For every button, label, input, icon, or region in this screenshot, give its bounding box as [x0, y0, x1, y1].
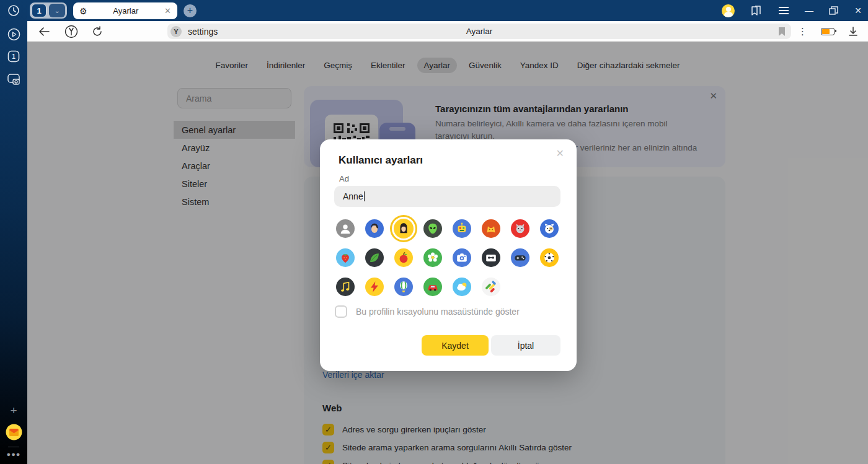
avatar-option-robot[interactable]	[453, 219, 471, 238]
avatar-option-fox[interactable]	[482, 219, 500, 238]
tab-bar: 1 ⌄ ⚙ Ayarlar ✕ + — ✕	[27, 0, 868, 21]
url-field[interactable]: Y settings Ayarlar	[167, 24, 791, 39]
tabs-count-icon[interactable]: 1	[0, 50, 27, 63]
avatar-option-stripes[interactable]	[482, 278, 500, 296]
downloads-icon[interactable]	[848, 27, 858, 37]
bookmark-icon[interactable]	[777, 27, 786, 37]
bookmarks-panel-icon[interactable]	[750, 5, 763, 16]
new-tab-button[interactable]: +	[184, 4, 197, 17]
avatar-option-football[interactable]	[540, 248, 559, 267]
avatar-option-woman[interactable]	[394, 219, 414, 239]
avatar-option-strawberry[interactable]	[336, 248, 355, 267]
avatar-option-balloon[interactable]	[394, 278, 413, 296]
avatar-option-apple[interactable]	[394, 248, 413, 267]
chevron-down-icon[interactable]: ⌄	[49, 4, 65, 17]
tab-ayarlar[interactable]: ⚙ Ayarlar ✕	[73, 2, 177, 19]
screenshot-icon[interactable]	[0, 73, 27, 85]
desktop-shortcut-option[interactable]: Bu profilin kısayolunu masaüstünde göste…	[335, 305, 520, 318]
player-icon[interactable]	[0, 28, 27, 41]
more-icon[interactable]: ●●●	[0, 450, 27, 458]
back-icon[interactable]	[38, 27, 50, 36]
refresh-icon[interactable]	[92, 26, 103, 37]
restore-button[interactable]	[829, 6, 838, 15]
avatar-option-music-note[interactable]	[336, 278, 355, 296]
left-rail: 1 + ●●●	[0, 0, 27, 464]
text-caret	[364, 191, 365, 201]
modal-title: Kullanıcı ayarları	[339, 154, 423, 167]
browser-window: 1 + ●●● 1 ⌄ ⚙ Ayarlar ✕ + — ✕	[0, 0, 868, 464]
avatar-option-cassette[interactable]	[482, 248, 500, 267]
cancel-button[interactable]: İptal	[491, 335, 560, 356]
avatar-option-cat[interactable]	[511, 219, 529, 238]
profile-avatar[interactable]	[722, 4, 735, 17]
battery-icon[interactable]	[821, 28, 835, 35]
chrome-right-cluster: — ✕	[722, 0, 863, 21]
close-button[interactable]: ✕	[853, 6, 863, 15]
settings-page: FavorilerİndirilenlerGeçmişEklentilerAya…	[27, 42, 868, 464]
menu-icon[interactable]	[778, 6, 789, 15]
page-title: Ayarlar	[167, 27, 791, 36]
address-bar: Y settings Ayarlar ⋮	[27, 21, 868, 42]
avatar-option-leaf[interactable]	[365, 248, 384, 267]
user-settings-modal: Kullanıcı ayarları ✕ Ad Anne Bu profilin…	[320, 139, 577, 371]
tab-close-icon[interactable]: ✕	[164, 6, 171, 15]
save-button[interactable]: Kaydet	[422, 335, 489, 356]
extensions-menu-icon[interactable]: ⋮	[798, 26, 807, 37]
avatar-option-lightning[interactable]	[365, 278, 384, 296]
avatar-option-flower[interactable]	[423, 248, 442, 267]
modal-close-icon[interactable]: ✕	[556, 147, 564, 159]
avatar-option-dog[interactable]	[540, 219, 559, 238]
history-icon[interactable]	[0, 4, 27, 17]
tab-counter[interactable]: 1 ⌄	[30, 2, 67, 19]
desktop-shortcut-checkbox[interactable]	[335, 305, 347, 318]
yandex-button-icon[interactable]	[64, 25, 78, 38]
tab-count-badge[interactable]: 1	[32, 4, 46, 17]
desktop-shortcut-label: Bu profilin kısayolunu masaüstünde göste…	[356, 307, 520, 317]
minimize-button[interactable]: —	[804, 6, 814, 15]
address-bar-right: ⋮	[798, 21, 868, 42]
gear-icon: ⚙	[79, 6, 87, 16]
name-field-label: Ad	[339, 174, 349, 183]
avatar-option-car[interactable]	[423, 278, 442, 296]
name-input[interactable]: Anne	[334, 186, 560, 207]
avatar-option-man[interactable]	[365, 219, 384, 238]
yandex-mail-icon[interactable]	[0, 424, 27, 440]
avatar-option-gamepad[interactable]	[511, 248, 529, 267]
avatar-picker	[330, 214, 564, 301]
name-input-value: Anne	[343, 191, 363, 201]
page-favicon: Y	[170, 26, 182, 37]
avatar-option-camera[interactable]	[453, 248, 471, 267]
avatar-option-default-person[interactable]	[336, 219, 355, 238]
svg-text:1: 1	[12, 53, 16, 60]
add-panel-icon[interactable]: +	[0, 404, 27, 418]
tab-title: Ayarlar	[87, 6, 165, 15]
avatar-option-cloud[interactable]	[453, 278, 471, 296]
url-text: settings	[188, 27, 218, 37]
avatar-option-alien[interactable]	[423, 219, 442, 238]
rail-divider	[8, 447, 19, 447]
